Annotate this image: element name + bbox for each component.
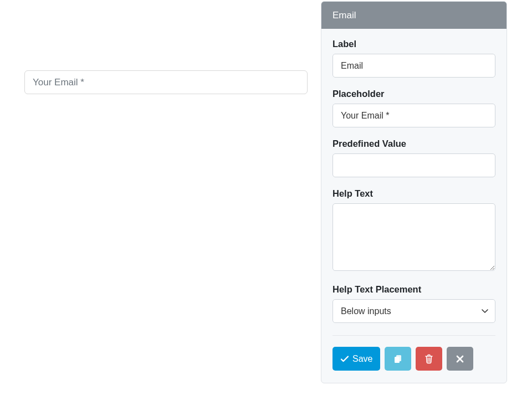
close-button[interactable] <box>447 347 473 371</box>
predefined-field-label: Predefined Value <box>332 138 495 149</box>
action-buttons: Save <box>332 347 495 371</box>
field-settings-panel: Email Label Placeholder Predefined Value… <box>321 1 507 383</box>
save-button-label: Save <box>352 354 372 364</box>
placeholder-field-label: Placeholder <box>332 89 495 99</box>
helptext-field-label: Help Text <box>332 188 495 199</box>
helptext-placement-select[interactable]: Below inputs <box>332 299 495 323</box>
helptext-group: Help Text <box>332 188 495 273</box>
label-group: Label <box>332 39 495 78</box>
delete-button[interactable] <box>416 347 442 371</box>
helptext-placement-group: Help Text Placement Below inputs <box>332 284 495 323</box>
copy-icon <box>393 354 403 364</box>
check-icon <box>340 355 349 363</box>
email-preview-input[interactable] <box>24 70 308 94</box>
placeholder-group: Placeholder <box>332 89 495 127</box>
panel-title: Email <box>321 2 507 29</box>
helptext-placement-label: Help Text Placement <box>332 284 495 295</box>
svg-rect-1 <box>396 355 401 361</box>
save-button[interactable]: Save <box>332 347 380 371</box>
panel-body: Label Placeholder Predefined Value Help … <box>321 29 507 383</box>
label-field-label: Label <box>332 39 495 49</box>
placeholder-input[interactable] <box>332 104 495 127</box>
label-input[interactable] <box>332 54 495 78</box>
copy-button[interactable] <box>385 347 411 371</box>
divider <box>332 335 495 336</box>
helptext-textarea[interactable] <box>332 203 495 271</box>
predefined-input[interactable] <box>332 153 495 177</box>
trash-icon <box>424 354 433 364</box>
predefined-group: Predefined Value <box>332 138 495 177</box>
close-icon <box>456 355 464 363</box>
